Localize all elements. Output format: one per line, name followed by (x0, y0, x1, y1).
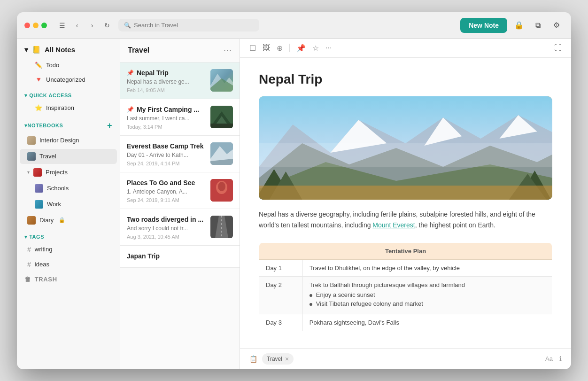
note-card-japan-trip[interactable]: Japan Trip (120, 246, 240, 268)
checkbox-tool[interactable]: ☐ (249, 44, 256, 53)
table-header: Tentative Plan (259, 243, 552, 260)
sidebar-item-schools[interactable]: Schools (20, 181, 117, 196)
note-thumbnail (210, 106, 233, 128)
settings-icon[interactable]: ⚙ (549, 18, 564, 32)
notes-list-more-button[interactable]: ··· (224, 46, 232, 55)
note-date: Today, 3:14 PM (127, 124, 206, 130)
star-tool[interactable]: ☆ (312, 44, 319, 53)
pin-icon: 📌 (127, 106, 134, 113)
info-icon[interactable]: ℹ (559, 355, 562, 362)
pin-tool[interactable]: 📌 (296, 44, 306, 53)
sidebar-item-work[interactable]: Work (20, 197, 117, 212)
main-content: ▾ 📒 All Notes ✏️ Todo 🔻 Uncategorized ▾ … (17, 39, 571, 369)
editor-panel: ☐ 🖼 ⊕ 📌 ☆ ··· ⛶ Nepal Trip (240, 39, 571, 369)
sidebar-item-tag-ideas[interactable]: # ideas (20, 257, 117, 272)
new-note-button[interactable]: New Note (460, 18, 507, 33)
tag-hash-ideas: # (27, 261, 31, 268)
refresh-icon[interactable]: ↻ (101, 20, 113, 31)
toolbar-separator (289, 44, 290, 52)
sidebar-item-projects[interactable]: ▾ Projects (20, 165, 117, 180)
diary-thumb (27, 216, 36, 225)
note-card-nepal-trip[interactable]: 📌 Nepal Trip Nepal has a diverse ge... F… (120, 62, 240, 99)
star-icon: ⭐ (35, 104, 42, 111)
copy-icon[interactable]: ⧉ (531, 18, 545, 32)
search-input[interactable] (134, 22, 254, 29)
note-preview: 1. Antelope Canyon, A... (127, 188, 206, 195)
sidebar-item-uncategorized[interactable]: 🔻 Uncategorized (20, 73, 117, 86)
maximize-button[interactable] (41, 23, 47, 28)
all-notes-expand-icon: ▾ (24, 46, 28, 54)
mount-everest-link[interactable]: Mount Everest (372, 221, 415, 229)
sidebar-item-diary[interactable]: Diary 🔒 (20, 213, 117, 228)
note-title: Everest Base Camp Trek (127, 142, 206, 150)
note-thumbnail (210, 179, 233, 202)
all-notes-header[interactable]: ▾ 📒 All Notes (17, 39, 120, 58)
editor-hero-image (259, 96, 552, 200)
note-card-body: 📌 My First Camping ... Last summer, I we… (127, 106, 206, 130)
notes-list-header: Travel ··· (120, 39, 240, 62)
editor-toolbar: ☐ 🖼 ⊕ 📌 ☆ ··· ⛶ (240, 39, 571, 58)
more-tool[interactable]: ··· (325, 44, 332, 52)
note-card-everest[interactable]: Everest Base Camp Trek Day 01 - Arrive t… (120, 136, 240, 172)
sidebar-item-tag-writing[interactable]: # writing (20, 242, 117, 257)
table-desc-3: Pokhara sightseeing, Davi's Falls (302, 314, 552, 331)
note-preview: Last summer, I went ca... (127, 115, 206, 122)
note-preview: And sorry I could not tr... (127, 225, 206, 232)
expand-tool[interactable]: ⛶ (554, 44, 562, 52)
sidebar-item-todo[interactable]: ✏️ Todo (20, 58, 117, 72)
all-notes-label: All Notes (45, 46, 75, 54)
tag-chip-close-button[interactable]: × (285, 355, 289, 363)
note-date: Sep 24, 2019, 4:14 PM (127, 161, 206, 166)
trash-label: TRASH (35, 276, 57, 283)
projects-label: Projects (46, 169, 68, 176)
note-card-body: 📌 Nepal Trip Nepal has a diverse ge... F… (127, 69, 206, 93)
note-card-places[interactable]: Places To Go and See 1. Antelope Canyon,… (120, 172, 240, 209)
trash-icon: 🗑 (24, 276, 31, 283)
tags-caret: ▾ (24, 234, 29, 240)
font-size-label[interactable]: Aa (545, 355, 553, 362)
interior-design-label: Interior Design (39, 137, 79, 144)
note-card-body: Japan Trip (127, 252, 233, 262)
note-title: Japan Trip (127, 252, 233, 260)
travel-tag-chip[interactable]: Travel × (262, 353, 294, 365)
note-card-two-roads[interactable]: Two roads diverged in ... And sorry I co… (120, 209, 240, 246)
image-tool[interactable]: 🖼 (263, 44, 270, 52)
todo-icon: ✏️ (35, 62, 42, 69)
footer-right: Aa ℹ (545, 355, 562, 362)
titlebar: ☰ ‹ › ↻ 🔍 New Note 🔒 ⧉ ⚙ (17, 12, 571, 39)
table-day-1: Day 1 (259, 260, 303, 277)
diary-lock-icon: 🔒 (59, 217, 65, 223)
note-title: Two roads diverged in ... (127, 216, 206, 223)
bullet-item: Enjoy a scenic sunset (309, 291, 545, 298)
tags-header: ▾ TAGS (17, 228, 120, 242)
close-button[interactable] (24, 23, 30, 28)
minimize-button[interactable] (33, 23, 39, 28)
add-notebook-button[interactable]: + (107, 121, 112, 131)
table-row: Day 1 Travel to Dhulikhel, on the edge o… (259, 260, 552, 277)
forward-icon[interactable]: › (86, 20, 98, 31)
lock-icon[interactable]: 🔒 (512, 18, 526, 32)
note-date: Aug 3, 2021, 10:45 AM (127, 234, 206, 240)
tag-hash-writing: # (27, 246, 31, 253)
svg-rect-28 (259, 143, 552, 167)
tag-ideas-label: ideas (35, 261, 49, 268)
uncategorized-icon: 🔻 (35, 76, 42, 83)
sidebar-toggle-icon[interactable]: ☰ (56, 20, 68, 31)
app-window: ☰ ‹ › ↻ 🔍 New Note 🔒 ⧉ ⚙ ▾ 📒 All Notes ✏… (17, 12, 571, 369)
tentative-plan-table: Tentative Plan Day 1 Travel to Dhulikhel… (259, 242, 552, 331)
search-bar[interactable]: 🔍 (118, 19, 259, 31)
notebook-icon: 📒 (32, 46, 41, 54)
table-row: Day 3 Pokhara sightseeing, Davi's Falls (259, 314, 552, 331)
projects-caret: ▾ (27, 170, 30, 175)
add-tool[interactable]: ⊕ (277, 44, 283, 53)
note-date: Sep 24, 2019, 9:11 AM (127, 197, 206, 203)
editor-body-paragraph: Nepal has a diverse geography, including… (259, 209, 552, 232)
travel-thumb (27, 152, 36, 161)
sidebar-item-inspiration[interactable]: ⭐ Inspiration (20, 101, 117, 115)
note-card-camping[interactable]: 📌 My First Camping ... Last summer, I we… (120, 99, 240, 136)
trash-item[interactable]: 🗑 TRASH (17, 272, 120, 289)
sidebar-item-interior-design[interactable]: Interior Design (20, 133, 117, 148)
sidebar-item-travel[interactable]: Travel (20, 149, 117, 164)
back-icon[interactable]: ‹ (71, 20, 83, 31)
work-thumb (35, 200, 43, 209)
